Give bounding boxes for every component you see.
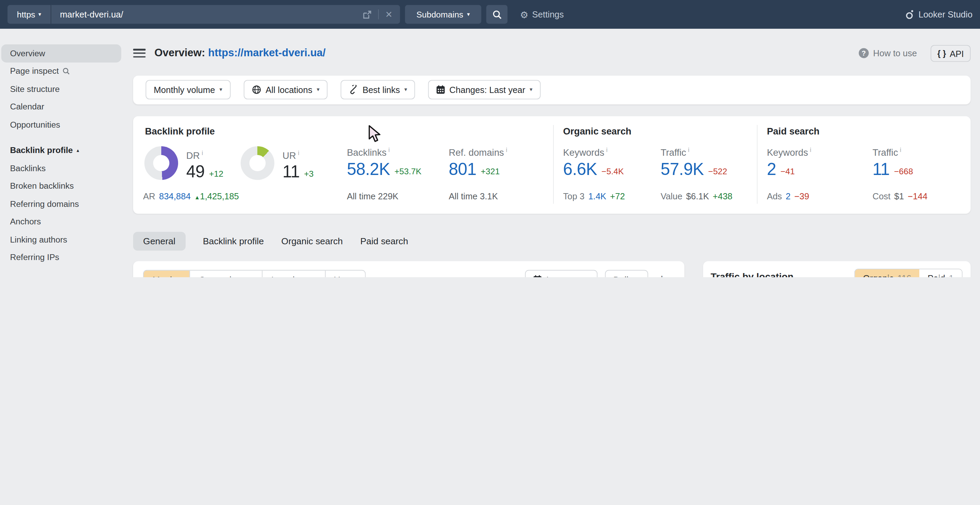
- ar-delta: ▲1,425,185: [194, 191, 239, 201]
- target-url-link[interactable]: https://market-dveri.ua/: [208, 47, 326, 59]
- url-input[interactable]: market-dveri.ua/: [51, 9, 363, 19]
- search-icon: [492, 10, 501, 19]
- info-icon: i: [606, 146, 608, 153]
- chevron-down-icon: ▾: [404, 87, 407, 92]
- sidebar-item-anchors[interactable]: Anchors: [2, 213, 121, 230]
- search-button[interactable]: [486, 5, 508, 24]
- organic-keywords-label: Keywordsi: [563, 146, 607, 157]
- tab-backlink-profile[interactable]: Backlink profile: [203, 236, 264, 246]
- volume-mode-dropdown[interactable]: Monthly volume ▾: [145, 80, 230, 99]
- granularity-dropdown[interactable]: Daily ▾: [605, 270, 648, 277]
- looker-studio-button[interactable]: Looker Studio: [905, 0, 972, 29]
- target-url-bar: https ▾ market-dveri.ua/ ✕: [8, 5, 400, 24]
- sidebar-item-referring-ips[interactable]: Referring IPs: [2, 248, 121, 266]
- chevron-down-icon: ▾: [530, 87, 532, 92]
- locations-filter-dropdown[interactable]: All locations ▾: [243, 80, 327, 99]
- external-link-icon[interactable]: [363, 10, 372, 19]
- scope-dropdown[interactable]: Subdomains ▾: [405, 5, 481, 24]
- backlinks-alltime: All time 229K: [347, 191, 398, 201]
- more-options-icon[interactable]: ⋮: [656, 274, 668, 277]
- settings-button[interactable]: ⚙ Settings: [520, 0, 564, 29]
- segment-metrics[interactable]: Metrics: [144, 271, 189, 277]
- api-button[interactable]: { } API: [931, 45, 971, 62]
- tab-organic-search[interactable]: Organic search: [282, 236, 343, 246]
- info-icon: i: [900, 146, 901, 153]
- dr-donut-chart: [145, 146, 178, 180]
- filters-band: Monthly volume ▾ All locations ▾ Best li…: [133, 75, 971, 104]
- refdomains-value[interactable]: 801: [449, 161, 476, 178]
- toggle-paid[interactable]: Paid 1: [920, 269, 962, 277]
- chevron-down-icon: ▾: [467, 12, 470, 17]
- best-links-dropdown[interactable]: Best links ▾: [341, 80, 415, 99]
- sidebar-item-referring-domains[interactable]: Referring domains: [2, 195, 121, 213]
- sidebar-item-opportunities[interactable]: Opportunities: [2, 116, 121, 133]
- paid-traffic-delta: −668: [894, 167, 913, 178]
- close-icon[interactable]: ✕: [385, 9, 392, 19]
- refdomains-label: Ref. domainsi: [449, 146, 508, 157]
- refdomains-value-row: 801 +321: [449, 161, 500, 178]
- sidebar-item-linking-authors[interactable]: Linking authors: [2, 230, 121, 248]
- triangle-up-icon: ▲: [194, 194, 200, 200]
- paid-keywords-value[interactable]: 2: [767, 161, 776, 178]
- paid-keywords-label: Keywordsi: [767, 146, 811, 157]
- segment-years[interactable]: Years: [325, 271, 365, 277]
- backlinks-delta: +53.7K: [394, 167, 422, 178]
- info-icon: i: [388, 146, 390, 153]
- date-range-dropdown[interactable]: Last year ▾: [525, 270, 598, 277]
- divider: [757, 125, 758, 204]
- organic-keywords-value-row: 6.6K −5.4K: [563, 161, 624, 178]
- sidebar-item-site-structure[interactable]: Site structure: [2, 80, 121, 98]
- sidebar-item-backlinks[interactable]: Backlinks: [2, 159, 121, 177]
- paid-traffic-label: Traffici: [873, 146, 901, 157]
- changes-period-dropdown[interactable]: Changes: Last year ▾: [428, 80, 541, 99]
- traffic-by-location-card: Traffic by location Organic 116 Paid 1 L…: [703, 261, 971, 277]
- chevron-down-icon: ▾: [587, 277, 590, 277]
- paid-traffic-value-row: 11 −668: [873, 161, 913, 178]
- info-icon: i: [506, 146, 507, 153]
- toggle-organic[interactable]: Organic 116: [855, 269, 919, 277]
- sidebar-section-organic-search[interactable]: Organic search▴: [2, 275, 121, 277]
- organic-traffic-value[interactable]: 57.9K: [660, 161, 704, 178]
- backlink-profile-title: Backlink profile: [145, 125, 215, 136]
- organic-keywords-value[interactable]: 6.6K: [563, 161, 597, 178]
- organic-traffic-delta: −522: [708, 167, 727, 178]
- chart-mode-segmented-control: Metrics Competitors▾ Locations▾ Years: [143, 270, 366, 277]
- stats-overview-card: Backlink profile DRi 49 +12 URi 11 +3 AR…: [133, 116, 971, 214]
- ar-row: AR 834,884 ▲1,425,185: [143, 191, 239, 201]
- top3-row: Top 3 1.4K +72: [563, 191, 625, 201]
- url-bar-icons: ✕: [363, 9, 400, 19]
- search-icon: [62, 67, 70, 75]
- caret-up-icon: ▴: [76, 148, 79, 153]
- backlinks-value[interactable]: 58.2K: [347, 161, 390, 178]
- sidebar-item-calendar[interactable]: Calendar: [2, 98, 121, 116]
- site-explorer-app: https ▾ market-dveri.ua/ ✕ Subdomains ▾: [0, 0, 980, 277]
- chevron-down-icon: ▾: [313, 277, 316, 277]
- paid-search-title: Paid search: [767, 125, 819, 136]
- backlinks-value-row: 58.2K +53.7K: [347, 161, 422, 178]
- protocol-dropdown[interactable]: https ▾: [8, 5, 51, 24]
- sidebar-item-broken-backlinks[interactable]: Broken backlinks: [2, 177, 121, 195]
- chevron-down-icon: ▾: [250, 277, 253, 277]
- scope-label: Subdomains: [416, 10, 463, 19]
- how-to-use-button[interactable]: ? How to use: [859, 48, 917, 58]
- tab-paid-search[interactable]: Paid search: [360, 236, 408, 246]
- ur-delta: +3: [304, 170, 313, 181]
- tab-general[interactable]: General: [133, 232, 185, 251]
- chevron-down-icon: ▾: [38, 12, 41, 17]
- segment-locations[interactable]: Locations▾: [262, 271, 325, 277]
- dr-value-row: 49 +12: [186, 164, 223, 181]
- sidebar-section-backlink-profile[interactable]: Backlink profile▴: [2, 142, 121, 160]
- refdomains-delta: +321: [481, 167, 500, 178]
- ar-value[interactable]: 834,884: [159, 191, 191, 201]
- overview-tabs: General Backlink profile Organic search …: [133, 231, 408, 251]
- chevron-down-icon: ▾: [317, 87, 320, 92]
- dr-label: DRi: [186, 149, 203, 160]
- menu-icon[interactable]: [133, 49, 145, 59]
- ur-value-row: 11 +3: [282, 164, 313, 181]
- paid-traffic-value[interactable]: 11: [873, 161, 890, 178]
- sidebar-item-overview[interactable]: Overview: [2, 44, 121, 62]
- sidebar-item-page-inspect[interactable]: Page inspect: [2, 62, 121, 80]
- segment-competitors[interactable]: Competitors▾: [189, 271, 262, 277]
- page-title: Overview: https://market-dveri.ua/: [154, 47, 326, 59]
- paid-count: 1: [949, 273, 954, 277]
